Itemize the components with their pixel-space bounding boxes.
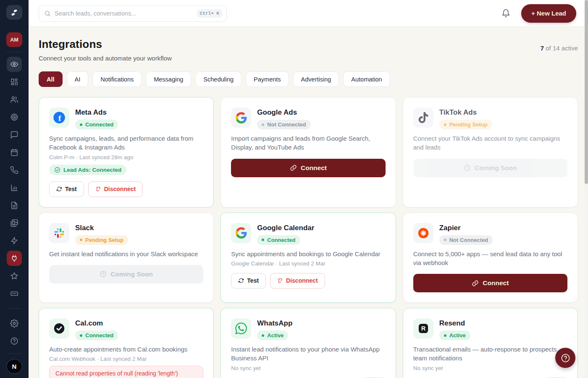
sidebar-item-keyboard[interactable] xyxy=(7,286,22,301)
sidebar-item-plug[interactable] xyxy=(7,251,22,266)
workspace-avatar[interactable]: AM xyxy=(6,32,22,47)
integration-description: Get instant lead notifications in your S… xyxy=(49,249,203,258)
tab-advertising[interactable]: Advertising xyxy=(293,71,339,87)
search-icon xyxy=(44,10,51,17)
status-badge: Connected xyxy=(75,120,118,129)
tab-ai[interactable]: AI xyxy=(67,71,89,87)
status-dot-icon xyxy=(444,239,446,241)
help-icon xyxy=(561,353,570,363)
sidebar-item-star[interactable] xyxy=(7,268,22,284)
test-button[interactable]: Test xyxy=(231,273,266,289)
images-icon xyxy=(10,219,18,227)
integration-card-meta-ads: fMeta AdsConnectedSync campaigns, leads,… xyxy=(39,97,214,207)
document-icon xyxy=(10,201,18,210)
connect-button[interactable]: Connect xyxy=(231,159,385,177)
tab-notifications[interactable]: Notifications xyxy=(92,71,142,87)
sidebar-item-phone[interactable] xyxy=(7,163,22,178)
sidebar-item-bar-chart[interactable] xyxy=(7,180,22,195)
scrollbar-thumb[interactable] xyxy=(585,0,588,184)
status-badge: Connected xyxy=(75,331,118,340)
sidebar-divider xyxy=(7,308,22,309)
integration-card-google-ads: Google AdsNot ConnectedImport campaigns … xyxy=(220,97,396,207)
notifications-button[interactable] xyxy=(501,9,510,18)
google-ads-icon-tile xyxy=(231,108,251,128)
sync-meta: Google Calendar · Last synced 2 Mar xyxy=(231,260,385,267)
cal-com-icon-tile xyxy=(49,318,69,339)
status-dot-icon xyxy=(444,123,446,126)
sidebar-item-target[interactable] xyxy=(7,110,22,125)
integration-description: Connect to 5,000+ apps — send lead data … xyxy=(413,249,567,268)
status-dot-icon xyxy=(262,123,264,126)
test-button[interactable]: Test xyxy=(49,181,84,197)
feature-badge: Lead Ads: Connected xyxy=(49,165,126,175)
integration-card-slack: SlackPending SetupGet instant lead notif… xyxy=(39,213,214,303)
integration-name: WhatsApp xyxy=(257,319,292,328)
sidebar-item-users[interactable] xyxy=(7,92,22,107)
bar-chart-icon xyxy=(10,184,18,192)
sidebar-item-document[interactable] xyxy=(7,198,22,213)
tab-scheduling[interactable]: Scheduling xyxy=(195,71,242,87)
plug-icon xyxy=(10,254,18,262)
sidebar-item-zap[interactable] xyxy=(7,233,22,248)
sidebar-item-calendar[interactable] xyxy=(7,145,22,160)
integration-description: Auto-create appointments from Cal.com bo… xyxy=(49,345,203,354)
meta-ads-icon-tile: f xyxy=(49,108,69,128)
integration-card-whatsapp: WhatsAppActiveInstant lead notifications… xyxy=(220,308,396,378)
status-badge: Not Connected xyxy=(257,120,310,129)
help-icon xyxy=(10,337,18,345)
tiktok-logo-icon xyxy=(418,112,429,123)
calendar-icon xyxy=(10,148,18,157)
connect-button[interactable]: Connect xyxy=(413,274,567,292)
active-rest: of 14 active xyxy=(544,45,578,52)
new-lead-button[interactable]: + New Lead xyxy=(521,4,576,23)
tab-messaging[interactable]: Messaging xyxy=(146,71,191,87)
disconnect-button[interactable]: Disconnect xyxy=(270,273,325,289)
sync-meta: Colm P-m · Last synced 28m ago xyxy=(49,154,203,160)
integration-card-tiktok-ads: TikTok AdsPending SetupConnect your TikT… xyxy=(403,97,578,207)
slack-logo-icon xyxy=(54,228,65,239)
status-dot-icon xyxy=(80,334,82,337)
integration-name: Zapier xyxy=(439,224,493,232)
sidebar-item-chat[interactable] xyxy=(7,127,22,142)
status-badge: Not Connected xyxy=(439,235,493,245)
sidebar-item-settings[interactable] xyxy=(7,316,22,331)
tab-all[interactable]: All xyxy=(39,71,63,87)
status-badge: Connected xyxy=(257,235,300,245)
sidebar-item-eye[interactable] xyxy=(7,57,22,72)
integrations-grid: fMeta AdsConnectedSync campaigns, leads,… xyxy=(39,97,578,378)
status-badge: Active xyxy=(439,331,470,340)
sidebar-item-dashboard[interactable] xyxy=(7,74,22,89)
coming-soon-button: Coming Soon xyxy=(49,265,203,284)
tab-automation[interactable]: Automation xyxy=(343,71,390,87)
sidebar: AM N xyxy=(0,0,29,378)
sync-meta: No sync yet xyxy=(413,365,567,371)
error-message: Cannot read properties of null (reading … xyxy=(49,366,203,378)
active-count: 7 xyxy=(541,45,544,52)
search-input[interactable] xyxy=(55,10,193,17)
page-subtitle: Connect your tools and automate your wor… xyxy=(39,55,172,62)
search-shortcut-kbd: Ctrl+ K xyxy=(197,9,222,18)
resend-logo-icon: R xyxy=(417,323,429,334)
integration-description: Connect your TikTok Ads account to sync … xyxy=(413,134,567,152)
tab-payments[interactable]: Payments xyxy=(246,71,289,87)
unlink-icon xyxy=(95,186,101,192)
sidebar-item-images[interactable] xyxy=(7,215,22,231)
status-dot-icon xyxy=(444,334,446,337)
clock-icon xyxy=(100,270,107,278)
integration-card-zapier: ZapierNot ConnectedConnect to 5,000+ app… xyxy=(403,213,578,303)
refresh-icon xyxy=(238,278,244,284)
coming-soon-button: Coming Soon xyxy=(413,159,567,177)
integration-name: Slack xyxy=(75,224,128,232)
help-fab-button[interactable] xyxy=(555,348,575,368)
disconnect-button[interactable]: Disconnect xyxy=(88,181,143,197)
sync-meta: Cal.com Webhook · Last synced 2 Mar xyxy=(49,356,203,362)
sidebar-divider xyxy=(7,353,22,354)
top-bar: Ctrl+ K + New Lead xyxy=(29,0,588,27)
clock-icon xyxy=(464,164,471,171)
integration-name: Meta Ads xyxy=(75,108,118,117)
user-avatar[interactable]: N xyxy=(6,359,22,374)
integration-card-google-calendar: Google CalendarConnectedSync appointment… xyxy=(220,213,396,303)
app-logo[interactable] xyxy=(6,5,22,20)
svg-text:R: R xyxy=(421,326,425,332)
sidebar-item-help[interactable] xyxy=(7,333,22,349)
